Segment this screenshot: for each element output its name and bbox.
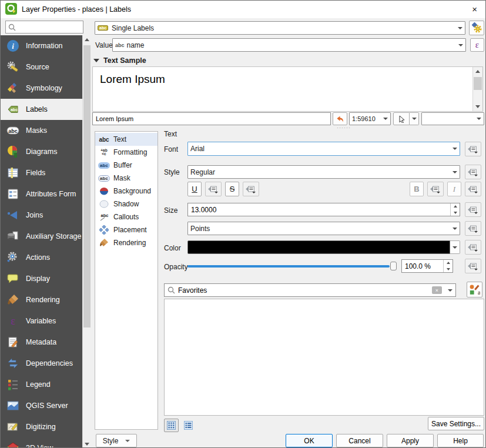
size-override-button[interactable] — [465, 202, 481, 217]
tab-text[interactable]: abc Text — [95, 133, 157, 146]
map-cursor-tool-button[interactable] — [393, 112, 410, 125]
style-manager-button[interactable]: a — [467, 282, 482, 297]
help-button[interactable]: Help — [437, 434, 484, 447]
label-settings-tabs: abc Text +ab<c Formatting abc Buffer abc… — [95, 131, 158, 430]
italic-override-button[interactable] — [465, 182, 481, 196]
text-sample-section-header[interactable]: Text Sample — [93, 56, 146, 65]
automated-placement-settings-button[interactable] — [469, 21, 484, 35]
opacity-spinbox[interactable] — [401, 259, 453, 273]
scroll-up-icon[interactable] — [85, 38, 89, 41]
sample-text-input[interactable] — [96, 115, 327, 122]
tab-placement[interactable]: Placement — [95, 223, 157, 236]
spin-up-icon[interactable] — [444, 260, 453, 266]
tab-callouts[interactable]: abc Callouts — [95, 210, 157, 223]
spin-down-icon[interactable] — [444, 266, 453, 273]
sidebar-item-qgis-server[interactable]: QGIS Server — [1, 395, 82, 416]
sidebar-item-diagrams[interactable]: Diagrams — [1, 141, 82, 162]
opacity-slider[interactable] — [187, 261, 397, 272]
sidebar-item-3d-view[interactable]: 3D View — [1, 437, 82, 448]
tab-buffer[interactable]: abc Buffer — [95, 159, 157, 172]
sidebar-scrollbar[interactable] — [82, 35, 91, 448]
strikethrough-override-button[interactable] — [243, 182, 259, 196]
sidebar-item-auxiliary-storage[interactable]: Auxiliary Storage — [1, 226, 82, 247]
bold-button[interactable]: B — [410, 182, 424, 196]
icon-view-button[interactable] — [164, 419, 179, 432]
scroll-down-icon[interactable] — [85, 443, 89, 446]
close-icon[interactable]: × — [472, 4, 477, 15]
splitter-handle[interactable]: ······ — [337, 125, 351, 131]
style-search-box[interactable]: × — [164, 283, 456, 297]
value-field-select[interactable]: abc name — [112, 38, 466, 52]
scrollbar-thumb[interactable] — [474, 77, 482, 90]
expression-builder-button[interactable]: ε — [470, 38, 484, 52]
font-data-defined-override-button[interactable] — [465, 142, 481, 156]
tool-dropdown-button[interactable] — [410, 112, 419, 125]
clear-search-icon[interactable]: × — [432, 286, 442, 294]
color-dropdown-button[interactable] — [450, 240, 460, 254]
value-field-name: name — [127, 41, 456, 49]
sidebar-item-information[interactable]: i Information — [1, 35, 82, 56]
sidebar-item-fields[interactable]: Fields — [1, 162, 82, 183]
preview-scrollbar[interactable] — [472, 67, 482, 111]
units-override-button[interactable] — [465, 221, 481, 236]
sidebar-item-joins[interactable]: Joins — [1, 205, 82, 226]
list-view-button[interactable] — [181, 419, 196, 432]
underline-button[interactable]: U — [187, 182, 202, 196]
bold-override-button[interactable] — [427, 182, 444, 196]
sidebar-item-source[interactable]: Source — [1, 56, 82, 78]
reset-sample-button[interactable] — [333, 112, 347, 125]
label-mode-select[interactable]: abc Single Labels — [95, 21, 465, 35]
size-input[interactable] — [188, 206, 450, 214]
sample-background-select[interactable] — [421, 112, 484, 125]
map-scale-tool-split-button[interactable] — [393, 112, 419, 125]
spin-up-icon[interactable] — [451, 203, 460, 210]
font-style-select[interactable]: Regular — [187, 165, 460, 179]
sidebar-item-dependencies[interactable]: Dependencies — [1, 353, 82, 374]
scrollbar-thumb[interactable] — [83, 45, 91, 327]
preview-scale-select[interactable]: 1:59610 — [349, 112, 391, 125]
sidebar-item-masks[interactable]: abc Masks — [1, 120, 82, 141]
italic-button[interactable]: I — [447, 182, 461, 196]
sidebar-search-input[interactable] — [18, 23, 81, 31]
font-select[interactable]: Arial — [187, 142, 460, 156]
sidebar-item-labels[interactable]: abc Labels — [1, 99, 82, 120]
placement-tab-icon — [98, 225, 110, 235]
chevron-down-icon[interactable] — [448, 289, 453, 292]
tab-background[interactable]: Background — [95, 185, 157, 198]
style-menu-button[interactable]: Style — [96, 434, 137, 447]
sidebar-item-symbology[interactable]: Symbology — [1, 78, 82, 99]
cancel-button[interactable]: Cancel — [336, 434, 383, 447]
sidebar-item-display[interactable]: Display — [1, 268, 82, 289]
size-units-select[interactable]: Points — [187, 222, 460, 235]
color-swatch[interactable] — [187, 240, 450, 254]
sidebar-item-variables[interactable]: ε Variables — [1, 310, 82, 332]
color-override-button[interactable] — [465, 240, 481, 255]
size-spinbox[interactable] — [187, 203, 460, 216]
style-filter-input[interactable] — [178, 286, 432, 295]
opacity-input[interactable] — [402, 262, 443, 270]
sidebar-item-attributes-form[interactable]: Attributes Form — [1, 183, 82, 205]
sidebar-item-digitizing[interactable]: Digitizing — [1, 416, 82, 437]
sidebar-item-legend[interactable]: Legend — [1, 374, 82, 395]
background-tab-icon — [98, 187, 110, 195]
ok-button[interactable]: OK — [286, 434, 333, 447]
style-data-defined-override-button[interactable] — [465, 165, 481, 179]
color-widget[interactable] — [187, 240, 460, 254]
strikethrough-button[interactable]: S — [225, 182, 239, 196]
sidebar-item-actions[interactable]: Actions — [1, 247, 82, 268]
spin-down-icon[interactable] — [451, 210, 460, 216]
sidebar-item-rendering[interactable]: Rendering — [1, 289, 82, 310]
tab-rendering[interactable]: Rendering — [95, 236, 157, 249]
underline-override-button[interactable] — [205, 182, 222, 196]
tab-shadow[interactable]: Shadow — [95, 198, 157, 210]
scroll-down-icon[interactable] — [475, 105, 480, 108]
scroll-up-icon[interactable] — [475, 70, 480, 73]
tab-formatting[interactable]: +ab<c Formatting — [95, 146, 157, 159]
sidebar-item-metadata[interactable]: Metadata — [1, 332, 82, 353]
text-style-gallery[interactable] — [164, 299, 484, 416]
tab-mask[interactable]: abc Mask — [95, 172, 157, 185]
save-settings-button[interactable]: Save Settings... — [428, 417, 484, 430]
slider-handle[interactable] — [390, 262, 397, 270]
apply-button[interactable]: Apply — [387, 434, 434, 447]
opacity-override-button[interactable] — [465, 259, 481, 273]
